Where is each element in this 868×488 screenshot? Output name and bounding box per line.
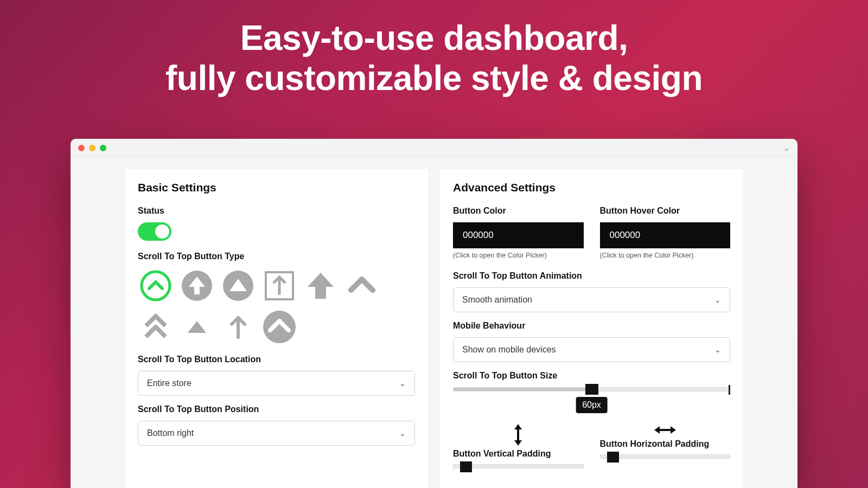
chevron-down-icon[interactable]: ⌄ xyxy=(783,144,790,152)
animation-label: Scroll To Top Button Animation xyxy=(453,271,730,281)
button-color-picker[interactable]: 000000 xyxy=(453,222,584,248)
advanced-settings-panel: Advanced Settings Button Color 000000 (C… xyxy=(440,169,743,488)
window-titlebar: ⌄ xyxy=(71,139,797,157)
status-toggle[interactable] xyxy=(138,222,171,241)
slider-end-tick xyxy=(729,385,730,395)
hover-color-picker[interactable]: 000000 xyxy=(600,222,731,248)
mobile-select-value: Show on mobile devices xyxy=(462,345,556,355)
type-option-chevron[interactable] xyxy=(344,268,380,304)
hover-color-label: Button Hover Color xyxy=(600,206,731,216)
chevron-down-icon: ⌄ xyxy=(399,429,406,438)
animation-select[interactable]: Smooth animation ⌄ xyxy=(453,287,730,312)
chevron-down-icon: ⌄ xyxy=(399,379,406,388)
vpad-slider[interactable] xyxy=(453,464,584,468)
svg-marker-6 xyxy=(188,321,206,333)
location-select[interactable]: Entire store ⌄ xyxy=(138,371,415,396)
hpad-label: Button Horizontal Padding xyxy=(600,439,731,449)
hpad-slider[interactable] xyxy=(600,454,731,459)
vertical-arrows-icon xyxy=(453,424,584,446)
mobile-label: Mobile Behaviour xyxy=(453,321,730,331)
svg-marker-13 xyxy=(654,426,660,434)
horizontal-arrows-icon xyxy=(600,424,731,436)
svg-point-0 xyxy=(142,272,170,300)
minimize-dot-icon[interactable] xyxy=(89,145,95,151)
maximize-dot-icon[interactable] xyxy=(100,145,106,151)
button-color-hint: (Click to open the Color Picker) xyxy=(453,252,584,259)
mobile-select[interactable]: Show on mobile devices ⌄ xyxy=(453,337,730,362)
type-option-circle-triangle[interactable] xyxy=(220,268,256,304)
hover-color-hint: (Click to open the Color Picker) xyxy=(600,252,731,259)
vpad-label: Button Vertical Padding xyxy=(453,449,584,459)
location-select-value: Entire store xyxy=(147,378,192,388)
position-select[interactable]: Bottom right ⌄ xyxy=(138,421,415,446)
svg-marker-14 xyxy=(671,426,676,434)
status-label: Status xyxy=(138,206,415,216)
button-color-value: 000000 xyxy=(463,230,494,240)
hero-line-1: Easy-to-use dashboard, xyxy=(0,18,868,59)
hover-color-value: 000000 xyxy=(610,230,641,240)
advanced-settings-title: Advanced Settings xyxy=(453,181,730,194)
close-dot-icon[interactable] xyxy=(78,145,85,151)
chevron-down-icon: ⌄ xyxy=(714,296,721,304)
svg-point-8 xyxy=(263,311,296,343)
type-option-square-upload[interactable] xyxy=(261,268,297,304)
button-type-grid xyxy=(138,268,387,345)
position-select-value: Bottom right xyxy=(147,428,194,438)
basic-settings-title: Basic Settings xyxy=(138,181,415,194)
button-location-label: Scroll To Top Button Location xyxy=(138,355,415,364)
button-color-label: Button Color xyxy=(453,206,584,216)
type-option-thin-arrow[interactable] xyxy=(220,309,256,345)
type-option-circle-wide-chevron[interactable] xyxy=(261,309,297,345)
type-option-solid-arrow[interactable] xyxy=(303,268,339,304)
size-label: Scroll To Top Button Size xyxy=(453,371,730,381)
hero-headline: Easy-to-use dashboard, fully customizabl… xyxy=(0,0,868,98)
content-area: Basic Settings Status Scroll To Top Butt… xyxy=(71,157,797,488)
basic-settings-panel: Basic Settings Status Scroll To Top Butt… xyxy=(125,169,428,488)
animation-select-value: Smooth animation xyxy=(462,295,532,305)
svg-marker-10 xyxy=(514,424,522,429)
button-type-label: Scroll To Top Button Type xyxy=(138,252,415,261)
size-value-badge: 60px xyxy=(576,397,608,413)
type-option-circle-arrow[interactable] xyxy=(179,268,215,304)
button-position-label: Scroll To Top Button Position xyxy=(138,404,415,414)
size-slider[interactable]: 60px xyxy=(453,387,730,391)
type-option-small-triangle[interactable] xyxy=(179,309,215,345)
app-window: ⌄ Basic Settings Status Scroll To Top Bu… xyxy=(71,139,797,488)
svg-marker-11 xyxy=(514,440,522,446)
traffic-lights xyxy=(78,145,106,151)
type-option-double-chevron[interactable] xyxy=(138,309,174,345)
slider-thumb[interactable] xyxy=(585,384,598,395)
type-option-circle-chevron[interactable] xyxy=(138,268,174,304)
hero-line-2: fully customizable style & design xyxy=(0,59,868,99)
chevron-down-icon: ⌄ xyxy=(714,345,721,354)
